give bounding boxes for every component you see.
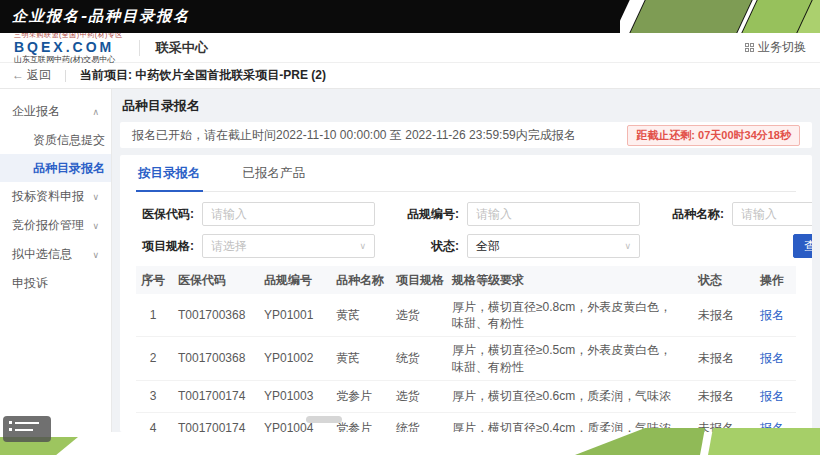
floating-list-icon[interactable]	[3, 416, 51, 442]
back-arrow-icon: ←	[12, 68, 24, 82]
sidebar-item[interactable]: 申投诉	[0, 269, 111, 298]
cell-action: 报名	[752, 294, 796, 337]
breadcrumb: ←返回 当前项目: 中药饮片全国首批联采项目-PRE (2)	[0, 63, 820, 89]
apply-link[interactable]: 报名	[760, 308, 784, 322]
cell-status: 未报名	[690, 337, 752, 380]
header-divider	[139, 40, 140, 56]
field-spec-number: 品规编号:	[401, 202, 640, 226]
notice-text: 报名已开始，请在截止时间2022-11-10 00:00:00 至 2022-1…	[132, 127, 576, 144]
cell-spec: 选货	[388, 294, 444, 337]
filter-buttons: 查询 重置	[666, 234, 812, 258]
table-header-row: 序号医保代码品规编号品种名称项目规格规格等级要求状态操作	[136, 266, 796, 294]
column-header: 操作	[752, 266, 796, 294]
sidebar-item-label: 申投诉	[12, 275, 48, 292]
cell-spec_no: YP01002	[256, 337, 328, 380]
tab-by-catalog[interactable]: 按目录报名	[136, 163, 203, 192]
sidebar-subitem[interactable]: 品种目录报名	[0, 154, 111, 182]
sidebar-item[interactable]: 竞价报价管理∨	[0, 211, 111, 240]
page-title: 品种目录报名	[122, 97, 812, 115]
cell-status: 未报名	[690, 380, 752, 412]
business-switch-button[interactable]: 业务切换	[745, 39, 806, 56]
cell-requirement: 厚片，横切直径≥0.6cm，质柔润，气味浓	[444, 380, 690, 412]
cell-spec: 统货	[388, 412, 444, 432]
header-bar: 三明采购联盟(全国)中药(材)专区 BQEX.COM 山东互联网中药(材)交易中…	[0, 33, 820, 63]
chevron-down-icon: ∨	[92, 250, 99, 260]
cell-no: 2	[136, 337, 170, 380]
table-body: 1T001700368YP01001黄芪选货厚片，横切直径≥0.8cm，外表皮黄…	[136, 294, 796, 432]
cell-requirement: 厚片，横切直径≥0.5cm，外表皮黄白色，味甜、有粉性	[444, 337, 690, 380]
cell-requirement: 厚片，横切直径≥0.8cm，外表皮黄白色，味甜、有粉性	[444, 294, 690, 337]
cell-no: 3	[136, 380, 170, 412]
chevron-down-icon: ∨	[92, 221, 99, 231]
cell-spec_no: YP01003	[256, 380, 328, 412]
project-spec-select[interactable]: 请选择 ∨	[202, 234, 375, 258]
field-insurance-code: 医保代码:	[136, 202, 375, 226]
table-row: 3T001700174YP01003党参片选货厚片，横切直径≥0.6cm，质柔润…	[136, 380, 796, 412]
logo: 三明采购联盟(全国)中药(材)专区 BQEX.COM 山东互联网中药(材)交易中…	[14, 31, 123, 64]
horizontal-scrollbar-thumb[interactable]	[306, 416, 342, 423]
sidebar-subitem[interactable]: 资质信息提交	[0, 126, 111, 154]
cell-name: 党参片	[328, 380, 388, 412]
sidebar-item-label: 企业报名	[12, 103, 60, 120]
chevron-down-icon: ∨	[624, 241, 631, 251]
current-project-label: 当前项目: 中药饮片全国首批联采项目-PRE (2)	[80, 67, 326, 84]
catalog-card: 按目录报名 已报名产品 医保代码: 品规编号: 品种名称:	[120, 155, 812, 432]
filter-form: 医保代码: 品规编号: 品种名称: 项目规格: 请选择	[136, 202, 796, 258]
apps-grid-icon	[745, 43, 754, 52]
back-button[interactable]: ←返回	[12, 67, 51, 84]
cell-name: 黄芪	[328, 337, 388, 380]
cell-spec: 选货	[388, 380, 444, 412]
table-row: 2T001700368YP01002黄芪统货厚片，横切直径≥0.5cm，外表皮黄…	[136, 337, 796, 380]
column-header: 项目规格	[388, 266, 444, 294]
apply-link[interactable]: 报名	[760, 389, 784, 403]
sidebar-item[interactable]: 投标资料申报∨	[0, 182, 111, 211]
chevron-down-icon: ∨	[359, 241, 366, 251]
field-label: 状态:	[401, 238, 459, 255]
column-header: 品规编号	[256, 266, 328, 294]
main-area: 企业报名∧资质信息提交品种目录报名投标资料申报∨竞价报价管理∨拟中选信息∨申投诉…	[0, 89, 820, 432]
field-project-spec: 项目规格: 请选择 ∨	[136, 234, 375, 258]
sidebar-menu: 企业报名∧资质信息提交品种目录报名投标资料申报∨竞价报价管理∨拟中选信息∨申投诉	[0, 89, 112, 432]
field-variety-name: 品种名称:	[666, 202, 812, 226]
insurance-code-input[interactable]	[202, 202, 375, 226]
search-button[interactable]: 查询	[793, 234, 812, 258]
column-header: 品种名称	[328, 266, 388, 294]
banner-title: 企业报名-品种目录报名	[12, 0, 190, 33]
variety-name-input[interactable]	[732, 202, 812, 226]
column-header: 序号	[136, 266, 170, 294]
column-header: 规格等级要求	[444, 266, 690, 294]
cell-spec: 统货	[388, 337, 444, 380]
sidebar-item-label: 拟中选信息	[12, 246, 72, 263]
cell-no: 4	[136, 412, 170, 432]
status-select[interactable]: 全部 ∨	[467, 234, 640, 258]
apply-link[interactable]: 报名	[760, 351, 784, 365]
field-label: 项目规格:	[136, 238, 194, 255]
chevron-down-icon: ∨	[92, 192, 99, 202]
sidebar-item-label: 投标资料申报	[12, 188, 84, 205]
app-window: 企业报名-品种目录报名 三明采购联盟(全国)中药(材)专区 BQEX.COM 山…	[0, 0, 820, 455]
sidebar-item[interactable]: 企业报名∧	[0, 97, 111, 126]
column-header: 医保代码	[170, 266, 256, 294]
chevron-up-icon: ∧	[92, 107, 99, 117]
column-header: 状态	[690, 266, 752, 294]
cell-code: T001700368	[170, 337, 256, 380]
field-status: 状态: 全部 ∨	[401, 234, 640, 258]
breadcrumb-divider	[65, 70, 66, 82]
tabs: 按目录报名 已报名产品	[136, 163, 796, 192]
bottom-right-green-decoration	[560, 428, 820, 455]
cell-status: 未报名	[690, 294, 752, 337]
cell-action: 报名	[752, 337, 796, 380]
sidebar-item-label: 竞价报价管理	[12, 217, 84, 234]
field-label: 品种名称:	[666, 206, 724, 223]
table-row: 1T001700368YP01001黄芪选货厚片，横切直径≥0.8cm，外表皮黄…	[136, 294, 796, 337]
field-label: 品规编号:	[401, 206, 459, 223]
countdown-badge: 距截止还剩: 07天00时34分18秒	[627, 125, 800, 146]
tab-registered-products[interactable]: 已报名产品	[241, 163, 308, 191]
spec-number-input[interactable]	[467, 202, 640, 226]
cell-code: T001700368	[170, 294, 256, 337]
sidebar-item[interactable]: 拟中选信息∨	[0, 240, 111, 269]
cell-code: T001700174	[170, 380, 256, 412]
nav-lianzai-center[interactable]: 联采中心	[156, 39, 208, 57]
content-area: 品种目录报名 报名已开始，请在截止时间2022-11-10 00:00:00 至…	[112, 89, 820, 432]
notice-bar: 报名已开始，请在截止时间2022-11-10 00:00:00 至 2022-1…	[120, 122, 812, 148]
